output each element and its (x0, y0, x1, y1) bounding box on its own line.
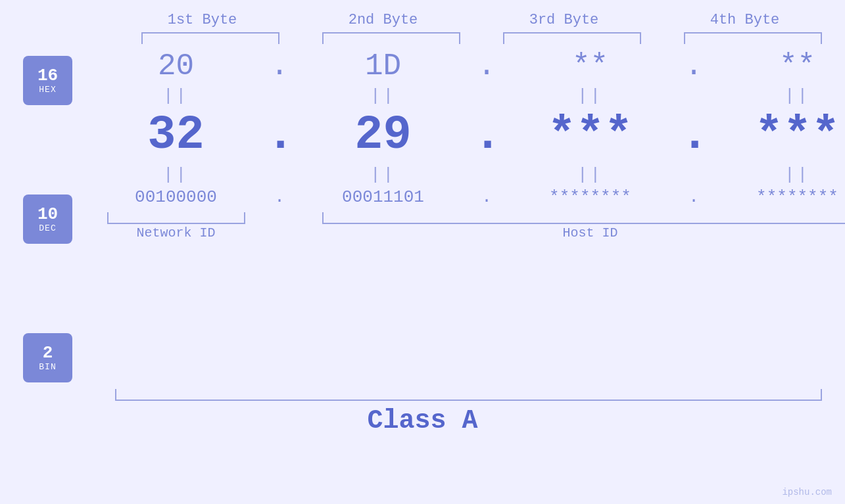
equals-row-2: || || || || (85, 165, 845, 185)
bin-badge-label: BIN (39, 362, 56, 372)
hex-row: 20 . 1D . ** . ** (85, 49, 845, 83)
bin-dot1: . (266, 187, 293, 207)
main-container: 1st Byte 2nd Byte 3rd Byte 4th Byte 16 H… (0, 0, 845, 504)
eq6: || (293, 165, 473, 185)
bin-val1: 00100000 (85, 187, 266, 207)
byte-4-header: 4th Byte (654, 12, 835, 28)
byte-headers: 1st Byte 2nd Byte 3rd Byte 4th Byte (0, 12, 845, 28)
bracket-byte4 (684, 32, 822, 44)
hex-val1: 20 (85, 49, 266, 83)
dec-val3: *** (500, 108, 681, 162)
badge-column: 16 HEX 10 DEC 2 BIN (23, 56, 72, 382)
bin-val4: ******** (707, 187, 845, 207)
bin-row: 00100000 . 00011101 . ******** . *******… (85, 187, 845, 207)
values-area: 20 . 1D . ** . ** || || || || 32 (85, 49, 845, 382)
hex-val2: 1D (293, 49, 473, 83)
hex-dot2: . (473, 49, 500, 83)
bracket-byte2 (322, 32, 460, 44)
hex-badge-num: 16 (37, 66, 58, 85)
byte-1-header: 1st Byte (112, 12, 293, 28)
dec-badge-label: DEC (39, 223, 56, 233)
network-id-label: Network ID (85, 225, 266, 241)
class-label: Class A (367, 406, 477, 436)
bracket-byte1 (141, 32, 279, 44)
top-brackets (0, 32, 845, 44)
watermark: ipshu.com (782, 487, 832, 497)
hex-badge-label: HEX (39, 85, 56, 95)
hex-val4: ** (707, 49, 845, 83)
equals-row-1: || || || || (85, 86, 845, 106)
dec-val4: *** (707, 108, 845, 162)
dec-dot1: . (266, 108, 293, 162)
network-bracket (107, 212, 245, 224)
dec-val2: 29 (293, 108, 473, 162)
hex-val3: ** (500, 49, 681, 83)
eq3: || (500, 86, 681, 106)
hex-dot1: . (266, 49, 293, 83)
eq1: || (85, 86, 266, 106)
byte-2-header: 2nd Byte (293, 12, 473, 28)
bin-badge: 2 BIN (23, 333, 72, 382)
bin-dot2: . (473, 187, 500, 207)
dec-row: 32 . 29 . *** . *** (85, 108, 845, 162)
dec-val1: 32 (85, 108, 266, 162)
bin-val3: ******** (500, 187, 681, 207)
eq5: || (85, 165, 266, 185)
bracket-byte3 (503, 32, 641, 44)
eq8: || (707, 165, 845, 185)
bin-val2: 00011101 (293, 187, 473, 207)
eq7: || (500, 165, 681, 185)
bin-badge-num: 2 (43, 344, 53, 363)
dec-dot3: . (681, 108, 707, 162)
hex-badge: 16 HEX (23, 56, 72, 105)
bin-dot3: . (681, 187, 707, 207)
dec-badge-num: 10 (37, 205, 58, 224)
full-bottom-bracket (115, 389, 822, 401)
eq2: || (293, 86, 473, 106)
dec-dot2: . (473, 108, 500, 162)
host-bracket (322, 212, 845, 224)
byte-3-header: 3rd Byte (473, 12, 654, 28)
eq4: || (707, 86, 845, 106)
hex-dot3: . (681, 49, 707, 83)
host-id-label: Host ID (293, 225, 845, 241)
dec-badge: 10 DEC (23, 195, 72, 244)
